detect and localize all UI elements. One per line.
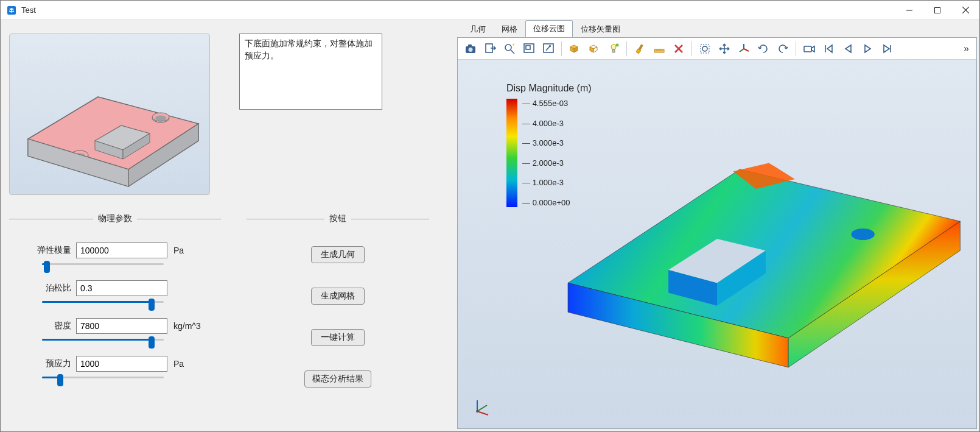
light-icon[interactable] [604, 40, 623, 58]
colorbar-tick: 2.000e-3 [522, 158, 570, 168]
prestress-unit: Pa [173, 359, 184, 369]
left-panel: 下底面施加常规约束，对整体施加预应力。 物理参数 弹性模量 Pa [3, 23, 455, 429]
crop-select-icon[interactable] [696, 40, 714, 58]
result-viewport[interactable]: Disp Magnitude (m) [458, 60, 976, 428]
colorbar-tick: 0.000e+00 [522, 198, 570, 207]
prestress-input[interactable] [76, 356, 167, 372]
app-window: Test [0, 0, 980, 432]
svg-line-23 [511, 50, 514, 54]
video-icon[interactable] [800, 40, 818, 58]
svg-rect-28 [612, 49, 615, 52]
step-back-icon[interactable] [839, 40, 857, 58]
svg-line-58 [477, 405, 487, 411]
box-select-icon[interactable] [565, 40, 584, 58]
description-textbox[interactable]: 下底面施加常规约束，对整体施加预应力。 [239, 34, 382, 110]
face-select-icon[interactable] [585, 40, 603, 58]
viewer-toolbar: » [458, 38, 976, 60]
density-input[interactable] [76, 318, 167, 334]
svg-line-57 [477, 411, 488, 415]
rotate-cw-icon[interactable] [754, 40, 772, 58]
compute-button[interactable]: 一键计算 [311, 329, 365, 346]
buttons-group: 按钮 生成几何 生成网格 一键计算 模态分析结果 [247, 213, 429, 394]
colorbar-gradient-icon [506, 99, 517, 207]
svg-line-41 [744, 49, 749, 51]
titlebar: Test [1, 1, 979, 20]
tab-disp-cloud[interactable]: 位移云图 [525, 20, 573, 37]
close-button[interactable] [951, 1, 979, 20]
colorbar-tick: 4.000e-3 [522, 119, 570, 128]
svg-point-27 [611, 44, 616, 49]
prestress-slider[interactable] [42, 373, 164, 381]
poisson-slider[interactable] [42, 297, 164, 306]
colorbar-ticks: 4.555e-03 4.000e-3 3.000e-3 2.000e-3 1.0… [522, 99, 570, 207]
window-title: Test [21, 5, 36, 15]
young-unit: Pa [173, 246, 184, 255]
svg-rect-46 [506, 99, 517, 207]
svg-rect-43 [804, 46, 811, 52]
geometry-preview [9, 34, 210, 195]
orientation-triad-icon [471, 397, 492, 417]
svg-point-22 [505, 44, 511, 51]
physical-params-group: 物理参数 弹性模量 Pa [9, 213, 221, 394]
zoom-fit-icon[interactable] [500, 40, 519, 58]
svg-rect-31 [654, 49, 664, 52]
density-unit: kg/m^3 [173, 321, 201, 331]
svg-point-39 [702, 46, 707, 51]
density-slider[interactable] [42, 335, 164, 344]
prestress-label: 预应力 [35, 358, 71, 369]
colorbar: Disp Magnitude (m) [506, 83, 592, 207]
young-label: 弹性模量 [35, 245, 71, 256]
axes-icon[interactable] [735, 40, 753, 58]
pan-all-icon[interactable] [715, 40, 733, 58]
svg-point-52 [851, 228, 874, 240]
svg-point-15 [155, 116, 166, 121]
svg-rect-25 [526, 46, 530, 49]
step-forward-icon[interactable] [878, 40, 896, 58]
poisson-input[interactable] [76, 280, 167, 296]
svg-point-29 [616, 43, 619, 46]
svg-rect-20 [468, 44, 472, 47]
density-label: 密度 [35, 320, 71, 331]
params-group-title: 物理参数 [93, 213, 137, 224]
zoom-box-icon[interactable] [520, 40, 538, 58]
rotate-ccw-icon[interactable] [774, 40, 792, 58]
modal-results-button[interactable]: 模态分析结果 [304, 370, 371, 388]
export-icon[interactable] [481, 40, 499, 58]
young-input[interactable] [76, 243, 167, 258]
svg-line-42 [740, 49, 744, 52]
brush-icon[interactable] [631, 40, 649, 58]
minimize-button[interactable] [895, 1, 923, 20]
colorbar-tick: 3.000e-3 [522, 138, 570, 147]
colorbar-tick: 4.555e-03 [522, 99, 570, 108]
delete-icon[interactable] [670, 40, 688, 58]
generate-geometry-button[interactable]: 生成几何 [311, 246, 365, 263]
colorbar-tick: 1.000e-3 [522, 178, 570, 187]
svg-rect-30 [639, 44, 643, 50]
colorbar-title: Disp Magnitude (m) [506, 83, 592, 94]
zoom-area-icon[interactable] [539, 40, 558, 58]
camera-icon[interactable] [461, 40, 480, 58]
view-tabs: 几何 网格 位移云图 位移矢量图 [457, 23, 977, 37]
generate-mesh-button[interactable]: 生成网格 [311, 288, 365, 305]
toolbar-overflow-icon[interactable]: » [964, 43, 973, 54]
ruler-icon[interactable] [650, 40, 668, 58]
right-panel: 几何 网格 位移云图 位移矢量图 [457, 23, 977, 429]
svg-rect-2 [935, 7, 940, 13]
poisson-label: 泊松比 [35, 283, 71, 294]
play-icon[interactable] [858, 40, 877, 58]
young-slider[interactable] [42, 260, 164, 268]
go-first-icon[interactable] [819, 40, 838, 58]
tab-geometry[interactable]: 几何 [462, 21, 494, 37]
app-icon [7, 5, 16, 15]
svg-point-19 [469, 48, 473, 52]
buttons-group-title: 按钮 [324, 213, 351, 224]
tab-mesh[interactable]: 网格 [494, 21, 525, 37]
tab-disp-vector[interactable]: 位移矢量图 [573, 21, 628, 37]
viewer-pane: » Disp Magnitude (m) [457, 37, 977, 429]
svg-point-59 [476, 410, 478, 413]
maximize-button[interactable] [923, 1, 951, 20]
svg-rect-38 [701, 44, 709, 53]
